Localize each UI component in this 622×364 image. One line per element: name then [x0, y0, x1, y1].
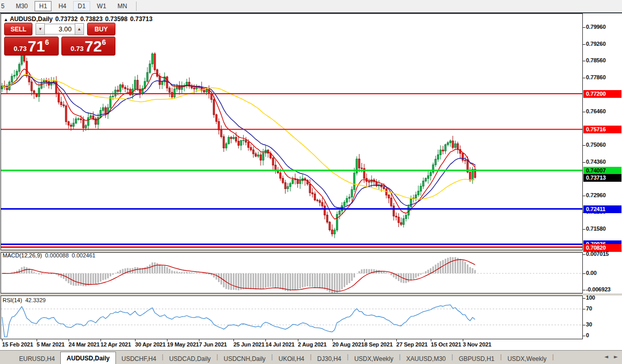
rsi-indicator-label: RSI(14)42.3329	[3, 297, 46, 303]
date-label: 7 Jun 2021	[199, 341, 227, 348]
date-label: 30 Apr 2021	[135, 341, 165, 348]
date-label: 8 Sep 2021	[364, 341, 393, 348]
price-tick-0.79960: 0.79960	[586, 24, 606, 30]
date-label: 25 Jun 2021	[233, 341, 264, 348]
chart-tab-usdcad-daily[interactable]: USDCAD,Daily	[163, 354, 216, 364]
price-badge-0.73713: 0.73713	[583, 174, 621, 182]
volume-input[interactable]	[45, 24, 75, 34]
price-tick-0.75060: 0.75060	[586, 142, 606, 148]
ohlc-high: 0.73823	[80, 15, 103, 23]
date-label: 3 Nov 2021	[463, 341, 491, 348]
toolbar-separator	[136, 2, 137, 11]
chart-tab-usdx-weekly[interactable]: USDX,Weekly	[502, 354, 552, 364]
date-label: 14 Jul 2021	[265, 341, 295, 348]
price-badge-0.77200: 0.77200	[583, 90, 621, 98]
tab-separator: |	[552, 353, 553, 360]
chart-tab-usdx-weekly[interactable]: USDX,Weekly	[348, 354, 399, 364]
ohlc-close: 0.73713	[130, 15, 152, 23]
rsi-tick-0: 0	[586, 332, 589, 338]
rsi-tick-30: 30	[586, 321, 592, 327]
tab-scroll-arrows: ◄ ►	[600, 354, 618, 359]
sell-price-main: 71	[28, 39, 45, 54]
chart-symbol-header: ▲AUDUSD,Daily0.737320.738230.735980.7371…	[4, 15, 155, 23]
macd-value-1: 0.000088	[45, 252, 69, 258]
price-badge-0.75716: 0.75716	[583, 126, 621, 133]
tab-scroll-right-icon[interactable]: ►	[614, 354, 618, 359]
date-label: 12 Apr 2021	[100, 341, 131, 348]
chart-tab-audusd-daily[interactable]: AUDUSD,Daily	[60, 352, 115, 364]
macd-tick--0.006923: -0.006923	[586, 286, 611, 292]
sell-price-pip: 6	[45, 38, 49, 46]
timeframe-button-5[interactable]: 5	[0, 1, 9, 11]
rsi-tick-70: 70	[586, 305, 592, 311]
volume-increase-button[interactable]: ▲	[75, 23, 84, 35]
timeframe-button-h4[interactable]: H4	[54, 1, 71, 11]
price-tick-0.77860: 0.77860	[586, 74, 606, 80]
timeframe-button-w1[interactable]: W1	[92, 1, 111, 11]
macd-name: MACD(12,26,9)	[3, 252, 42, 258]
chart-tab-usdchf-h4[interactable]: USDCHF,H4	[116, 354, 162, 364]
collapse-arrow-icon[interactable]: ▲	[4, 17, 8, 22]
macd-tick-0.00: 0.00	[586, 270, 597, 276]
date-label: 2 Aug 2021	[298, 341, 327, 348]
price-badge-0.74007: 0.74007	[583, 167, 621, 175]
timeframe-toolbar: 5M30H1H4D1W1MN	[0, 0, 622, 12]
timeframe-button-m30[interactable]: M30	[11, 1, 32, 11]
sell-button[interactable]: SELL	[4, 23, 32, 36]
price-tick-0.78560: 0.78560	[586, 57, 606, 63]
date-label: 20 Aug 2021	[332, 341, 364, 348]
buy-price-box[interactable]: 0.73 72 6	[61, 37, 116, 56]
price-tick-0.76460: 0.76460	[586, 108, 606, 114]
price-badge-0.72411: 0.72411	[583, 205, 621, 213]
date-label: 15 Feb 2021	[2, 341, 33, 348]
buy-price-main: 72	[85, 39, 102, 54]
chart-tab-eurusd-h4[interactable]: EURUSD,H4	[13, 354, 60, 364]
date-label: 27 Sep 2021	[396, 341, 428, 348]
trading-terminal-window: 5M30H1H4D1W1MN ▲AUDUSD,Daily0.737320.738…	[0, 0, 622, 364]
timeframe-button-d1[interactable]: D1	[73, 1, 90, 11]
symbol-tab-bar: EURUSD,H4AUDUSD,DailyUSDCHF,H4|USDCAD,Da…	[0, 351, 622, 364]
chart-tab-ukoil-h4[interactable]: UKOil,H4	[273, 354, 310, 364]
price-chart-canvas[interactable]	[0, 12, 622, 364]
macd-indicator-label: MACD(12,26,9)0.0000880.002461	[3, 252, 95, 258]
chart-tab-gbpusd-h1[interactable]: GBPUSD,H1	[453, 354, 500, 364]
price-tick-0.74360: 0.74360	[586, 159, 606, 165]
sell-price-box[interactable]: 0.73 71 6	[4, 37, 59, 56]
price-badge-0.70820: 0.70820	[583, 244, 621, 252]
rsi-value: 42.3329	[25, 297, 46, 303]
buy-price-pip: 6	[102, 38, 106, 46]
rsi-name: RSI(14)	[3, 297, 22, 303]
sell-price-prefix: 0.73	[14, 45, 27, 53]
price-tick-0.79260: 0.79260	[586, 41, 606, 47]
chart-tab-xauusd-m30[interactable]: XAUUSD,M30	[400, 354, 451, 364]
one-click-trading-panel: SELL ▼ ▲ BUY 0.73 71 6 0.73 72 6	[4, 23, 115, 56]
symbol-title: AUDUSD,Daily	[10, 15, 53, 23]
price-tick-0.71580: 0.71580	[586, 226, 606, 232]
ohlc-open: 0.73732	[55, 15, 77, 23]
tab-scroll-left-icon[interactable]: ◄	[604, 354, 608, 359]
macd-value-2: 0.002461	[72, 252, 95, 258]
price-tick-0.72960: 0.72960	[586, 192, 606, 198]
date-label: 15 Oct 2021	[431, 341, 461, 348]
spin-down-icon: ▼	[38, 27, 42, 31]
buy-button[interactable]: BUY	[87, 23, 115, 36]
date-label: 24 Mar 2021	[69, 341, 99, 348]
date-label: 19 May 2021	[167, 341, 199, 348]
chart-tab-usdcnh-daily[interactable]: USDCNH,Daily	[218, 354, 271, 364]
spin-up-icon: ▲	[77, 27, 81, 31]
volume-decrease-button[interactable]: ▼	[36, 23, 45, 35]
rsi-tick-100: 100	[586, 294, 595, 301]
timeframe-button-mn[interactable]: MN	[113, 1, 132, 11]
timeframe-button-h1[interactable]: H1	[35, 1, 52, 11]
date-label: 5 Mar 2021	[37, 341, 64, 348]
buy-price-prefix: 0.73	[71, 45, 83, 53]
chart-tab-dj30-h4[interactable]: DJ30,H4	[312, 354, 347, 364]
ohlc-low: 0.73598	[105, 15, 127, 23]
